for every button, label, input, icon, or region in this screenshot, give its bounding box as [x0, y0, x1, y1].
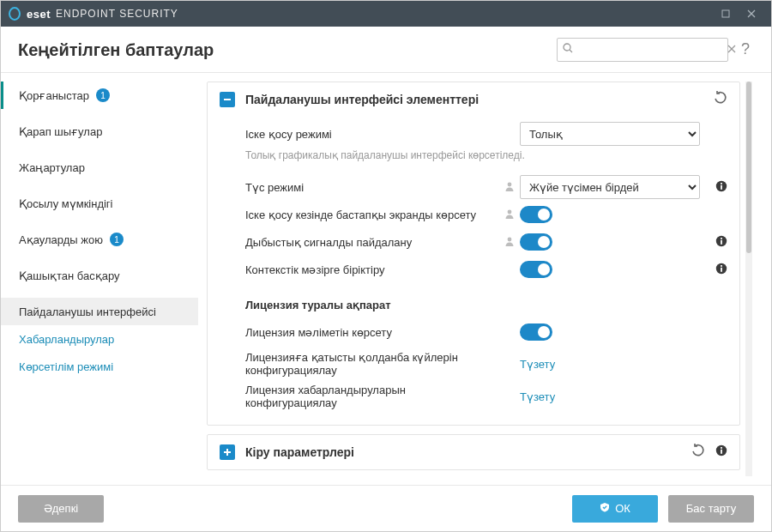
- context-label: Контекстік мәзірге біріктіру: [245, 263, 503, 276]
- sidebar-item-label: Пайдаланушы интерфейсі: [19, 305, 156, 318]
- sidebar-item-remote[interactable]: Қашықтан басқару: [1, 262, 198, 289]
- brand-name: eset: [27, 8, 51, 21]
- undo-icon: [691, 444, 705, 457]
- info-icon[interactable]: [715, 235, 727, 250]
- search-icon: [563, 43, 573, 56]
- search-box[interactable]: [557, 38, 728, 62]
- default-button[interactable]: Әдепкі: [18, 495, 104, 523]
- svg-rect-19: [721, 267, 722, 271]
- scrollbar-thumb[interactable]: [746, 82, 751, 253]
- panel-access-setup: Кіру параметрлері: [207, 434, 740, 470]
- svg-point-9: [508, 182, 512, 186]
- sidebar-badge: 1: [96, 88, 110, 102]
- shield-icon: [600, 502, 610, 515]
- brand: eset ENDPOINT SECURITY: [8, 7, 178, 21]
- sidebar-item-label: Көрсетілім режимі: [19, 360, 113, 373]
- search-clear-icon[interactable]: [727, 43, 736, 56]
- license-notifications-label: Лицензия хабарландыруларын конфигурациял…: [245, 384, 503, 409]
- search-input[interactable]: [578, 43, 722, 56]
- svg-point-0: [9, 8, 20, 20]
- sidebar-item-label: Қарап шығулар: [19, 125, 102, 138]
- default-button-label: Әдепкі: [44, 502, 78, 515]
- page-title: Кеңейтілген баптаулар: [18, 39, 214, 60]
- theme-label: Түс режимі: [245, 181, 503, 194]
- svg-rect-12: [721, 183, 722, 184]
- minus-icon: [223, 95, 232, 104]
- ok-button[interactable]: ОК: [572, 495, 658, 523]
- sidebar-item-label: Хабарландырулар: [19, 333, 114, 346]
- license-show-label: Лицензия мәліметін көрсету: [245, 326, 503, 339]
- panel-ui-elements: Пайдаланушы интерфейсі элементтері Іске …: [207, 82, 740, 426]
- window-close-button[interactable]: [739, 1, 764, 27]
- sidebar-item-label: Қорғаныстар: [19, 89, 89, 102]
- brand-logo-icon: [8, 7, 21, 21]
- sidebar: Қорғаныстар 1 Қарап шығулар Жаңартулар Қ…: [1, 73, 198, 485]
- context-toggle[interactable]: [520, 261, 552, 278]
- license-notifications-link[interactable]: Түзету: [520, 390, 555, 403]
- sidebar-item-label: Жаңартулар: [19, 161, 85, 174]
- startup-mode-help: Толық графикалық пайдаланушы интерфейсі …: [245, 149, 727, 161]
- footer: Әдепкі ОК Бас тарту: [1, 485, 771, 531]
- scrollbar[interactable]: [745, 82, 752, 476]
- sidebar-badge: 1: [110, 233, 124, 246]
- svg-rect-16: [721, 239, 722, 244]
- svg-point-4: [564, 44, 570, 51]
- sidebar-subitem-notifications[interactable]: Хабарландырулар: [1, 325, 198, 353]
- plus-icon: [223, 448, 232, 456]
- sidebar-subitem-user-interface[interactable]: Пайдаланушы интерфейсі: [1, 298, 198, 325]
- panel-title: Кіру параметрлері: [245, 445, 354, 459]
- cancel-button-label: Бас тарту: [686, 502, 736, 515]
- license-appstates-link[interactable]: Түзету: [520, 358, 555, 371]
- svg-point-14: [508, 237, 512, 241]
- theme-select[interactable]: Жүйе түсімен бірдей: [520, 175, 700, 199]
- user-icon: [504, 181, 515, 194]
- panel-undo-button[interactable]: [714, 91, 727, 108]
- sidebar-item-label: Қосылу мүмкіндігі: [19, 197, 113, 210]
- svg-rect-17: [721, 238, 722, 239]
- panel-collapse-button[interactable]: [220, 92, 235, 107]
- info-icon[interactable]: [715, 180, 727, 195]
- license-appstates-label: Лицензияға қатысты қолданба күйлерін кон…: [245, 348, 503, 380]
- product-name: ENDPOINT SECURITY: [56, 8, 178, 20]
- svg-rect-20: [721, 265, 722, 267]
- help-button[interactable]: ?: [737, 40, 754, 58]
- splash-label: Іске қосу кезінде бастапқы экранды көрсе…: [245, 209, 503, 221]
- sidebar-item-protections[interactable]: Қорғаныстар 1: [1, 82, 198, 109]
- svg-point-13: [508, 209, 512, 214]
- sidebar-item-diagnostics[interactable]: Ақауларды жою 1: [1, 226, 198, 253]
- svg-rect-11: [721, 184, 722, 189]
- splash-toggle[interactable]: [520, 206, 552, 223]
- sidebar-item-scans[interactable]: Қарап шығулар: [1, 118, 198, 145]
- svg-rect-25: [721, 447, 722, 449]
- sound-label: Дыбыстық сигналды пайдалану: [245, 236, 503, 249]
- panel-undo-button[interactable]: [691, 444, 705, 461]
- close-icon: [747, 9, 756, 18]
- info-icon[interactable]: [715, 263, 727, 277]
- license-show-toggle[interactable]: [520, 323, 552, 341]
- startup-mode-select[interactable]: Толық: [520, 122, 700, 146]
- svg-rect-1: [722, 10, 729, 17]
- sidebar-item-label: Қашықтан басқару: [19, 269, 120, 282]
- license-section-title: Лицензия туралы ақпарат: [245, 299, 727, 311]
- user-icon: [504, 236, 515, 249]
- sidebar-item-updates[interactable]: Жаңартулар: [1, 154, 198, 181]
- panel-title: Пайдаланушы интерфейсі элементтері: [245, 93, 479, 106]
- maximize-icon: [721, 9, 730, 18]
- panel-expand-button[interactable]: [220, 444, 235, 460]
- sound-toggle[interactable]: [520, 233, 552, 251]
- svg-rect-24: [721, 450, 722, 454]
- window-maximize-button[interactable]: [713, 1, 739, 27]
- sidebar-item-connectivity[interactable]: Қосылу мүмкіндігі: [1, 190, 198, 217]
- undo-icon: [714, 91, 727, 105]
- page-header: Кеңейтілген баптаулар ?: [1, 27, 771, 73]
- sidebar-item-label: Ақауларды жою: [19, 233, 103, 246]
- titlebar: eset ENDPOINT SECURITY: [1, 1, 771, 27]
- svg-line-5: [570, 50, 572, 52]
- ok-button-label: ОК: [615, 502, 630, 515]
- cancel-button[interactable]: Бас тарту: [668, 495, 754, 523]
- startup-mode-label: Іске қосу режимі: [245, 128, 503, 141]
- info-icon[interactable]: [715, 444, 727, 460]
- sidebar-subitem-presentation-mode[interactable]: Көрсетілім режимі: [1, 353, 198, 380]
- user-icon: [504, 209, 515, 221]
